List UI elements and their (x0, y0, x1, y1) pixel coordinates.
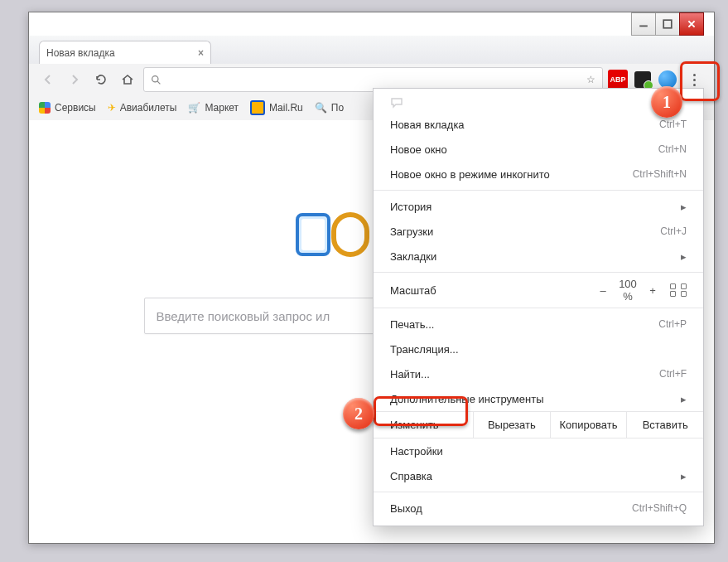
menu-new-window[interactable]: Новое окноCtrl+N (374, 137, 703, 162)
svg-point-1 (152, 75, 158, 81)
close-button[interactable] (679, 12, 704, 36)
svg-rect-0 (663, 20, 672, 28)
window-controls (632, 12, 704, 36)
omnibox-input[interactable] (162, 73, 586, 87)
callout-1: 1 (651, 86, 692, 128)
menu-separator (374, 308, 703, 308)
menu-separator (374, 272, 703, 273)
menu-history[interactable]: История▸ (374, 194, 703, 219)
mailru-icon (250, 100, 265, 115)
bookmark-search[interactable]: 🔍 По (315, 102, 344, 114)
menu-zoom: Масштаб – 100 % + (374, 276, 703, 304)
chevron-right-icon: ▸ (681, 201, 687, 213)
extension-abp[interactable]: ABP (608, 70, 628, 90)
bookmark-star-icon[interactable]: ☆ (586, 74, 595, 85)
menu-copy[interactable]: Копировать (550, 412, 627, 438)
bookmark-mailru[interactable]: Mail.Ru (250, 100, 303, 115)
bookmark-services[interactable]: Сервисы (39, 102, 96, 114)
back-button[interactable] (37, 69, 59, 90)
svg-rect-3 (301, 219, 325, 250)
callout-highlight-2 (374, 396, 468, 426)
apps-icon (39, 102, 51, 114)
menu-incognito[interactable]: Новое окно в режиме инкогнитоCtrl+Shift+… (374, 162, 703, 187)
home-button[interactable] (117, 69, 138, 90)
plane-icon: ✈ (108, 102, 116, 114)
chevron-right-icon: ▸ (681, 250, 687, 263)
menu-separator (374, 492, 703, 492)
cart-icon: 🛒 (188, 102, 200, 114)
zoom-label: Масштаб (390, 284, 591, 297)
forward-button[interactable] (64, 69, 85, 90)
search-icon (151, 75, 162, 85)
magnifier-icon: 🔍 (315, 102, 327, 114)
menu-bookmarks[interactable]: Закладки▸ (374, 244, 703, 269)
search-placeholder: Введите поисковый запрос ил (157, 309, 330, 323)
screenshot-root: Новая вкладка × ☆ ABP Сервисы (0, 0, 728, 562)
extension-unknown[interactable] (633, 70, 653, 90)
menu-paste[interactable]: Вставить (626, 412, 703, 438)
menu-find[interactable]: Найти...Ctrl+F (374, 361, 703, 386)
chevron-right-icon: ▸ (681, 470, 687, 482)
maximize-button[interactable] (655, 12, 680, 36)
menu-separator (374, 190, 703, 191)
menu-cut[interactable]: Вырезать (473, 412, 550, 438)
menu-print[interactable]: Печать...Ctrl+P (374, 312, 703, 337)
tab-strip: Новая вкладка × (29, 36, 714, 65)
reload-button[interactable] (90, 69, 112, 90)
callout-2: 2 (343, 398, 384, 439)
zoom-in-button[interactable]: + (640, 284, 665, 297)
close-tab-icon[interactable]: × (198, 47, 204, 59)
chevron-right-icon: ▸ (681, 393, 687, 405)
menu-downloads[interactable]: ЗагрузкиCtrl+J (374, 219, 703, 244)
bookmark-market[interactable]: 🛒 Маркет (188, 102, 239, 114)
fullscreen-icon[interactable] (670, 283, 687, 297)
menu-help[interactable]: Справка▸ (374, 463, 703, 488)
zoom-out-button[interactable]: – (591, 284, 615, 297)
speech-icon (390, 97, 405, 109)
minimize-button[interactable] (631, 12, 656, 36)
bookmark-flights[interactable]: ✈ Авиабилеты (108, 102, 177, 114)
chrome-menu: Новая вкладкаCtrl+T Новое окноCtrl+N Нов… (373, 88, 704, 526)
tab-title: Новая вкладка (46, 47, 115, 59)
active-tab[interactable]: Новая вкладка × (39, 41, 211, 65)
menu-cast[interactable]: Трансляция... (374, 337, 703, 361)
menu-settings[interactable]: Настройки (374, 438, 703, 463)
svg-rect-4 (334, 215, 367, 254)
menu-exit[interactable]: ВыходCtrl+Shift+Q (374, 496, 703, 521)
zoom-value: 100 % (615, 278, 640, 303)
